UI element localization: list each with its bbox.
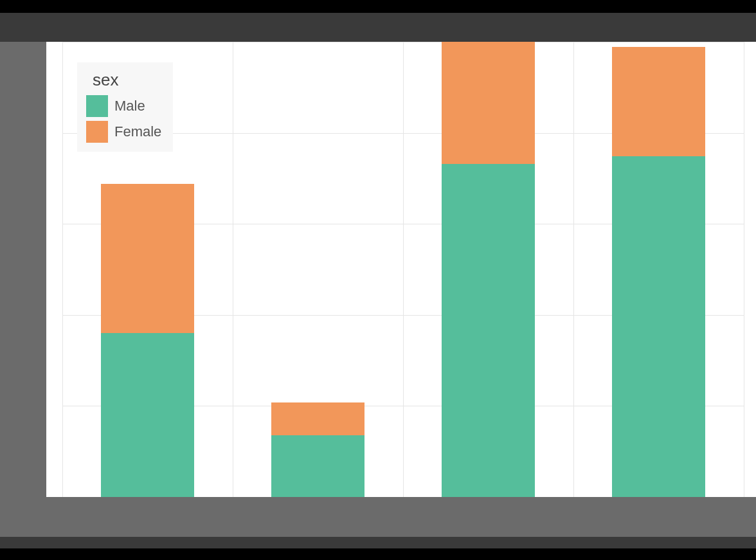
bar-male <box>442 164 536 497</box>
legend-item-male: Male <box>86 95 161 117</box>
gridline-v <box>233 42 233 497</box>
gridline-v <box>573 42 574 497</box>
bar-female <box>442 22 536 164</box>
bar-male <box>101 333 195 497</box>
legend-swatch-female <box>86 121 108 143</box>
bar-female <box>101 184 195 333</box>
occlusion-left-strip <box>0 42 46 497</box>
bar-male <box>271 435 365 497</box>
bar-male <box>612 156 706 497</box>
legend-label: Male <box>114 98 145 114</box>
legend-label: Female <box>114 123 161 140</box>
legend-title: sex <box>93 70 159 90</box>
bar-female <box>612 47 706 156</box>
bar-female <box>271 402 365 435</box>
legend-swatch-male <box>86 95 108 117</box>
legend-item-female: Female <box>86 121 161 143</box>
gridline-v <box>403 42 404 497</box>
gridline-h <box>62 497 744 498</box>
legend: sex MaleFemale <box>77 62 173 152</box>
chart-root: 05001000150020002500 sex MaleFemale <box>0 0 756 560</box>
gridline-v <box>62 42 63 497</box>
gridline-v <box>744 42 744 497</box>
